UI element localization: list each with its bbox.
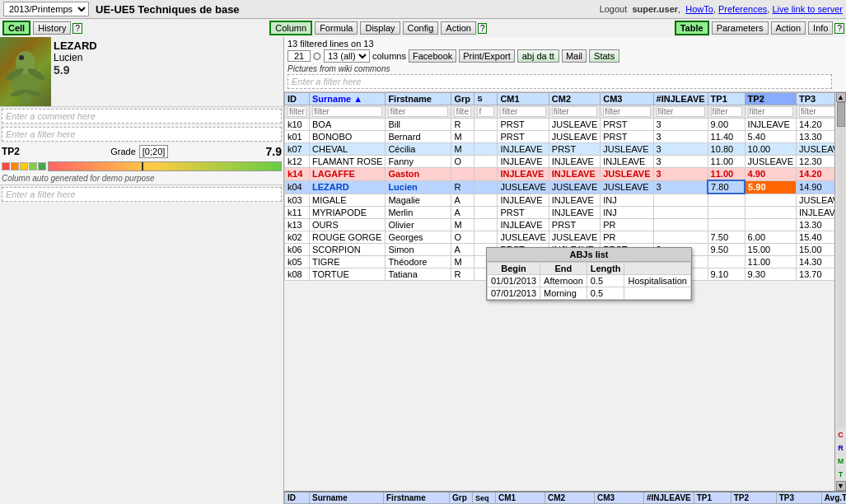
cell-tp1[interactable] — [708, 255, 745, 268]
filter-grp[interactable] — [454, 106, 471, 117]
cell-injleave[interactable]: 3 — [653, 131, 708, 143]
cell-injleave[interactable]: 3 — [653, 143, 708, 156]
cell-grp[interactable] — [451, 168, 474, 181]
filter-cm3[interactable] — [603, 106, 650, 117]
cell-surname[interactable]: CHEVAL — [310, 143, 386, 156]
filter-tp2[interactable] — [748, 106, 793, 117]
cell-tp2[interactable]: 5.90 — [745, 180, 796, 194]
table-row[interactable]: k14LAGAFFEGastonINJLEAVEINJLEAVEJUSLEAVE… — [285, 168, 835, 181]
cell-cm3[interactable]: PR — [601, 218, 653, 231]
cell-cm1[interactable]: JUSLEAVE — [498, 231, 549, 243]
col-header-surname[interactable]: Surname ▲ — [310, 93, 386, 105]
cell-injleave[interactable] — [653, 194, 708, 206]
cell-tp1[interactable]: 11.40 — [708, 131, 745, 143]
cell-surname[interactable]: LEZARD — [310, 180, 386, 194]
col-header-id[interactable]: ID — [285, 93, 310, 105]
cell-grp[interactable]: A — [451, 194, 474, 206]
howto-link[interactable]: HowTo — [685, 4, 713, 14]
cell-cm1[interactable]: INJLEAVE — [498, 168, 549, 181]
cell-cm3[interactable]: INJ — [601, 194, 653, 206]
cell-id[interactable]: k06 — [285, 243, 310, 255]
display-button[interactable]: Display — [360, 21, 400, 35]
cell-tp3[interactable]: 14.30 — [797, 255, 834, 268]
cell-cm2[interactable]: INJLEAVE — [549, 156, 600, 168]
col-header-cm1[interactable]: CM1 — [498, 93, 549, 105]
cell-seqcm1[interactable] — [474, 156, 498, 168]
cell-cm1[interactable]: PRST — [498, 206, 549, 218]
left-filter-input-2[interactable]: Enter a filter here — [2, 187, 282, 202]
cell-firstname[interactable]: Merlin — [386, 206, 451, 218]
cell-cm1[interactable]: INJLEAVE — [498, 156, 549, 168]
cell-firstname[interactable]: Gaston — [386, 168, 451, 181]
cell-surname[interactable]: ROUGE GORGE — [310, 231, 386, 243]
left-filter-input[interactable]: Enter a filter here — [2, 127, 282, 142]
cell-seqcm1[interactable] — [474, 119, 498, 131]
column-button[interactable]: Column — [269, 21, 312, 35]
cell-id[interactable]: k08 — [285, 268, 310, 280]
cell-grp[interactable]: M — [451, 143, 474, 156]
scroll-letter-t[interactable]: T — [838, 469, 844, 479]
live-link[interactable]: Live link to server — [772, 4, 843, 14]
scroll-down-btn[interactable]: ▼ — [836, 481, 846, 491]
cell-surname[interactable]: LAGAFFE — [310, 168, 386, 181]
cell-firstname[interactable]: Fanny — [386, 156, 451, 168]
cell-surname[interactable]: FLAMANT ROSE — [310, 156, 386, 168]
filter-firstname[interactable] — [388, 106, 448, 117]
cell-seqcm1[interactable] — [474, 206, 498, 218]
cell-injleave[interactable]: 3 — [653, 119, 708, 131]
cell-tp1[interactable]: 9.10 — [708, 268, 745, 280]
cell-id[interactable]: k07 — [285, 143, 310, 156]
cell-tp2[interactable]: 11.00 — [745, 255, 796, 268]
cell-cm2[interactable]: PRST — [549, 143, 600, 156]
cell-cm3[interactable]: JUSLEAVE — [601, 143, 653, 156]
cell-tp1[interactable] — [708, 206, 745, 218]
cell-grp[interactable]: O — [451, 156, 474, 168]
table-row[interactable]: k07CHEVALCéciliaMINJLEAVEPRSTJUSLEAVE310… — [285, 143, 835, 156]
filter-id[interactable] — [287, 106, 306, 117]
cell-seqcm1[interactable] — [474, 218, 498, 231]
cell-tp2[interactable] — [745, 194, 796, 206]
cell-injleave[interactable]: 3 — [653, 156, 708, 168]
facebook-button[interactable]: Facebook — [409, 49, 456, 63]
col-header-tp2[interactable]: TP2 — [745, 93, 796, 105]
cell-id[interactable]: k13 — [285, 218, 310, 231]
cell-tp2[interactable]: 6.00 — [745, 231, 796, 243]
cell-id[interactable]: k10 — [285, 119, 310, 131]
col-header-tp1[interactable]: TP1 — [708, 93, 745, 105]
info-button[interactable]: Info — [808, 21, 833, 35]
formula-button[interactable]: Formula — [315, 21, 358, 35]
filter-cm1[interactable] — [500, 106, 545, 117]
cell-firstname[interactable]: Bill — [386, 119, 451, 131]
cell-surname[interactable]: BONOBO — [310, 131, 386, 143]
cell-cm1[interactable]: JUSLEAVE — [498, 180, 549, 194]
cell-cm2[interactable]: JUSLEAVE — [549, 180, 600, 194]
print-export-button[interactable]: Print/Export — [459, 49, 514, 63]
col-header-seqcm1[interactable]: S — [474, 93, 498, 105]
cell-tp1[interactable]: 9.50 — [708, 243, 745, 255]
history-button[interactable]: History — [33, 21, 71, 35]
cell-tp1[interactable] — [708, 194, 745, 206]
cell-surname[interactable]: MYRIAPODE — [310, 206, 386, 218]
cell-seqcm1[interactable] — [474, 168, 498, 181]
col-header-grp[interactable]: Grp — [451, 93, 474, 105]
table-row[interactable]: k13OURSOlivierMINJLEAVEPRSTPR13.307.47 — [285, 218, 835, 231]
filter-seqcm1[interactable] — [477, 106, 494, 117]
cell-id[interactable]: k14 — [285, 168, 310, 181]
cell-firstname[interactable]: Cécilia — [386, 143, 451, 156]
cell-cm3[interactable]: INJ — [601, 206, 653, 218]
cell-tp3[interactable]: JUSLEAVE — [797, 143, 834, 156]
cell-tp2[interactable]: INJLEAVE — [745, 119, 796, 131]
cell-tp2[interactable]: 10.00 — [745, 143, 796, 156]
cell-tp2[interactable]: JUSLEAVE — [745, 156, 796, 168]
cell-firstname[interactable]: Lucien — [386, 180, 451, 194]
cell-cm2[interactable]: INJLEAVE — [549, 206, 600, 218]
cell-tp1[interactable]: 7.80 — [708, 180, 745, 194]
cell-injleave[interactable] — [653, 218, 708, 231]
cell-firstname[interactable]: Simon — [386, 243, 451, 255]
cell-tp3[interactable]: 14.20 — [797, 168, 834, 181]
cell-id[interactable]: k01 — [285, 131, 310, 143]
cell-tp2[interactable] — [745, 218, 796, 231]
cell-cm2[interactable]: JUSLEAVE — [549, 119, 600, 131]
cell-tp2[interactable] — [745, 206, 796, 218]
scroll-letter-r[interactable]: R — [837, 443, 844, 453]
